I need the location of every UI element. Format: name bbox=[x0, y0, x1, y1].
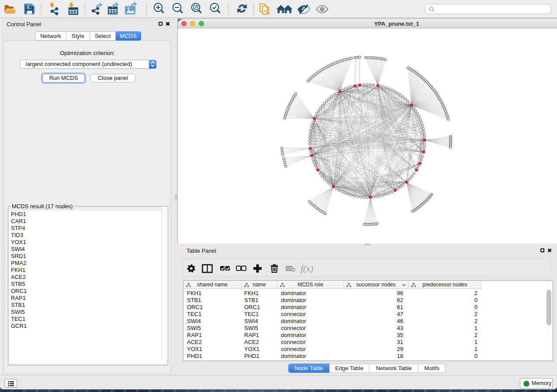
svg-text:f(x): f(x) bbox=[301, 263, 313, 274]
